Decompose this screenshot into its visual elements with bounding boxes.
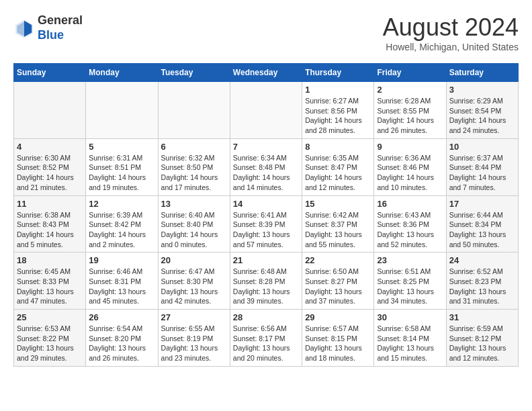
- calendar-header-row: SundayMondayTuesdayWednesdayThursdayFrid…: [14, 64, 519, 82]
- calendar-cell: 29Sunrise: 6:57 AM Sunset: 8:15 PM Dayli…: [302, 310, 374, 367]
- day-info: Sunrise: 6:40 AM Sunset: 8:40 PM Dayligh…: [161, 210, 227, 250]
- day-number: 8: [305, 142, 371, 152]
- day-info: Sunrise: 6:30 AM Sunset: 8:52 PM Dayligh…: [17, 153, 83, 193]
- day-info: Sunrise: 6:44 AM Sunset: 8:34 PM Dayligh…: [449, 210, 515, 250]
- day-info: Sunrise: 6:37 AM Sunset: 8:44 PM Dayligh…: [449, 153, 515, 193]
- day-number: 9: [377, 142, 443, 152]
- day-number: 7: [233, 142, 299, 152]
- day-number: 16: [377, 199, 443, 209]
- month-year: August 2024: [383, 13, 519, 42]
- calendar-table: SundayMondayTuesdayWednesdayThursdayFrid…: [13, 63, 519, 367]
- day-number: 17: [449, 199, 515, 209]
- calendar-cell: 24Sunrise: 6:52 AM Sunset: 8:23 PM Dayli…: [446, 253, 518, 310]
- calendar-cell: 1Sunrise: 6:27 AM Sunset: 8:56 PM Daylig…: [302, 82, 374, 139]
- calendar-cell: 6Sunrise: 6:32 AM Sunset: 8:50 PM Daylig…: [158, 138, 230, 195]
- calendar-cell: 13Sunrise: 6:40 AM Sunset: 8:40 PM Dayli…: [158, 195, 230, 253]
- day-number: 1: [305, 85, 371, 95]
- day-number: 22: [305, 255, 371, 265]
- day-number: 24: [449, 255, 515, 265]
- calendar-cell: 11Sunrise: 6:38 AM Sunset: 8:43 PM Dayli…: [14, 195, 86, 253]
- calendar-cell: 16Sunrise: 6:43 AM Sunset: 8:36 PM Dayli…: [374, 195, 446, 253]
- calendar-header-sunday: Sunday: [14, 64, 86, 82]
- day-number: 14: [233, 199, 299, 209]
- day-number: 3: [449, 85, 515, 95]
- calendar-header-monday: Monday: [86, 64, 158, 82]
- day-info: Sunrise: 6:28 AM Sunset: 8:55 PM Dayligh…: [377, 96, 443, 136]
- day-info: Sunrise: 6:58 AM Sunset: 8:14 PM Dayligh…: [377, 324, 443, 363]
- day-number: 13: [161, 199, 227, 209]
- calendar-cell: 14Sunrise: 6:41 AM Sunset: 8:39 PM Dayli…: [230, 195, 302, 253]
- day-number: 5: [89, 142, 154, 152]
- calendar-header-wednesday: Wednesday: [230, 64, 302, 82]
- calendar-cell: [14, 82, 86, 139]
- day-number: 4: [17, 142, 83, 152]
- day-number: 10: [449, 142, 515, 152]
- logo-icon: [13, 17, 35, 39]
- day-number: 2: [377, 85, 443, 95]
- calendar-cell: 8Sunrise: 6:35 AM Sunset: 8:47 PM Daylig…: [302, 138, 374, 195]
- day-info: Sunrise: 6:34 AM Sunset: 8:48 PM Dayligh…: [233, 153, 299, 193]
- day-info: Sunrise: 6:54 AM Sunset: 8:20 PM Dayligh…: [89, 324, 154, 363]
- day-info: Sunrise: 6:56 AM Sunset: 8:17 PM Dayligh…: [233, 324, 299, 363]
- calendar-cell: 26Sunrise: 6:54 AM Sunset: 8:20 PM Dayli…: [86, 310, 158, 367]
- day-number: 26: [89, 312, 154, 322]
- day-info: Sunrise: 6:42 AM Sunset: 8:37 PM Dayligh…: [305, 210, 371, 250]
- day-number: 20: [161, 255, 227, 265]
- day-number: 27: [161, 312, 227, 322]
- calendar-cell: [86, 82, 158, 139]
- day-info: Sunrise: 6:43 AM Sunset: 8:36 PM Dayligh…: [377, 210, 443, 250]
- day-info: Sunrise: 6:51 AM Sunset: 8:25 PM Dayligh…: [377, 267, 443, 306]
- day-number: 31: [449, 312, 515, 322]
- calendar-week-4: 18Sunrise: 6:45 AM Sunset: 8:33 PM Dayli…: [14, 253, 519, 310]
- calendar-cell: 25Sunrise: 6:53 AM Sunset: 8:22 PM Dayli…: [14, 310, 86, 367]
- day-info: Sunrise: 6:48 AM Sunset: 8:28 PM Dayligh…: [233, 267, 299, 306]
- calendar-cell: 5Sunrise: 6:31 AM Sunset: 8:51 PM Daylig…: [86, 138, 158, 195]
- day-info: Sunrise: 6:39 AM Sunset: 8:42 PM Dayligh…: [89, 210, 154, 250]
- calendar-week-3: 11Sunrise: 6:38 AM Sunset: 8:43 PM Dayli…: [14, 195, 519, 253]
- location: Howell, Michigan, United States: [383, 42, 519, 52]
- day-info: Sunrise: 6:41 AM Sunset: 8:39 PM Dayligh…: [233, 210, 299, 250]
- day-info: Sunrise: 6:53 AM Sunset: 8:22 PM Dayligh…: [17, 324, 83, 363]
- day-number: 25: [17, 312, 83, 322]
- calendar-header-thursday: Thursday: [302, 64, 374, 82]
- calendar-header-tuesday: Tuesday: [158, 64, 230, 82]
- day-info: Sunrise: 6:46 AM Sunset: 8:31 PM Dayligh…: [89, 267, 154, 306]
- day-info: Sunrise: 6:47 AM Sunset: 8:30 PM Dayligh…: [161, 267, 227, 306]
- calendar-header-friday: Friday: [374, 64, 446, 82]
- calendar-header-saturday: Saturday: [446, 64, 518, 82]
- day-number: 19: [89, 255, 154, 265]
- calendar-cell: [158, 82, 230, 139]
- calendar-cell: 17Sunrise: 6:44 AM Sunset: 8:34 PM Dayli…: [446, 195, 518, 253]
- day-number: 6: [161, 142, 227, 152]
- calendar-week-5: 25Sunrise: 6:53 AM Sunset: 8:22 PM Dayli…: [14, 310, 519, 367]
- day-info: Sunrise: 6:35 AM Sunset: 8:47 PM Dayligh…: [305, 153, 371, 193]
- day-info: Sunrise: 6:50 AM Sunset: 8:27 PM Dayligh…: [305, 267, 371, 306]
- day-number: 11: [17, 199, 83, 209]
- day-info: Sunrise: 6:45 AM Sunset: 8:33 PM Dayligh…: [17, 267, 83, 306]
- day-number: 29: [305, 312, 371, 322]
- logo-text: General Blue: [38, 13, 83, 42]
- calendar-cell: 27Sunrise: 6:55 AM Sunset: 8:19 PM Dayli…: [158, 310, 230, 367]
- day-info: Sunrise: 6:57 AM Sunset: 8:15 PM Dayligh…: [305, 324, 371, 363]
- day-number: 18: [17, 255, 83, 265]
- day-number: 28: [233, 312, 299, 322]
- calendar-cell: 23Sunrise: 6:51 AM Sunset: 8:25 PM Dayli…: [374, 253, 446, 310]
- calendar-week-2: 4Sunrise: 6:30 AM Sunset: 8:52 PM Daylig…: [14, 138, 519, 195]
- day-number: 23: [377, 255, 443, 265]
- calendar-week-1: 1Sunrise: 6:27 AM Sunset: 8:56 PM Daylig…: [14, 82, 519, 139]
- day-info: Sunrise: 6:31 AM Sunset: 8:51 PM Dayligh…: [89, 153, 154, 193]
- calendar-cell: 3Sunrise: 6:29 AM Sunset: 8:54 PM Daylig…: [446, 82, 518, 139]
- calendar-cell: 15Sunrise: 6:42 AM Sunset: 8:37 PM Dayli…: [302, 195, 374, 253]
- day-number: 12: [89, 199, 154, 209]
- day-number: 30: [377, 312, 443, 322]
- calendar-cell: 18Sunrise: 6:45 AM Sunset: 8:33 PM Dayli…: [14, 253, 86, 310]
- day-info: Sunrise: 6:59 AM Sunset: 8:12 PM Dayligh…: [449, 324, 515, 363]
- day-info: Sunrise: 6:55 AM Sunset: 8:19 PM Dayligh…: [161, 324, 227, 363]
- day-info: Sunrise: 6:32 AM Sunset: 8:50 PM Dayligh…: [161, 153, 227, 193]
- day-info: Sunrise: 6:36 AM Sunset: 8:46 PM Dayligh…: [377, 153, 443, 193]
- calendar-cell: 19Sunrise: 6:46 AM Sunset: 8:31 PM Dayli…: [86, 253, 158, 310]
- calendar-cell: 9Sunrise: 6:36 AM Sunset: 8:46 PM Daylig…: [374, 138, 446, 195]
- calendar-cell: 12Sunrise: 6:39 AM Sunset: 8:42 PM Dayli…: [86, 195, 158, 253]
- calendar-cell: 7Sunrise: 6:34 AM Sunset: 8:48 PM Daylig…: [230, 138, 302, 195]
- day-info: Sunrise: 6:52 AM Sunset: 8:23 PM Dayligh…: [449, 267, 515, 306]
